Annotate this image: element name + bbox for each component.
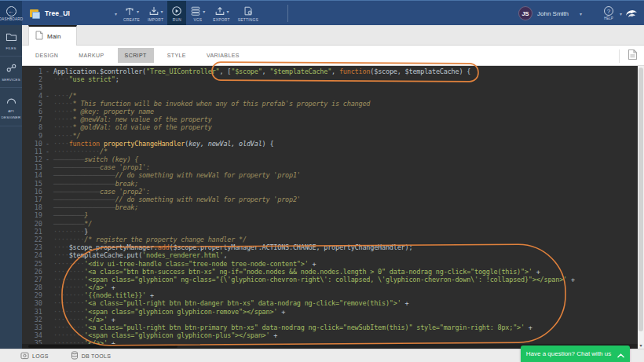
line-number[interactable]: 31 bbox=[22, 308, 42, 316]
line-number[interactable]: 13 bbox=[22, 163, 42, 171]
line-number[interactable]: 16 bbox=[22, 188, 42, 196]
fold-marker-icon[interactable]: - bbox=[46, 140, 49, 148]
line-number[interactable]: 24 bbox=[22, 251, 42, 259]
code-line: 27········'<span class="glyphicon" ng-cl… bbox=[22, 276, 638, 283]
code-editor[interactable]: 1-Application.$controller("Tree_UIContro… bbox=[22, 66, 638, 349]
project-selector[interactable]: Tree_UI ▾ bbox=[30, 1, 123, 26]
tab-style[interactable]: STYLE bbox=[160, 48, 193, 63]
vertical-scrollbar[interactable]: ▾ bbox=[638, 66, 644, 349]
line-number[interactable]: 23 bbox=[22, 243, 42, 251]
sidebar-item-files[interactable]: FILES bbox=[0, 25, 22, 57]
line-number[interactable]: 20 bbox=[22, 220, 42, 228]
line-number[interactable]: 15 bbox=[22, 180, 42, 188]
line-number[interactable]: 14 bbox=[22, 171, 42, 179]
sidebar-label-designer: DESIGNER bbox=[2, 115, 21, 120]
tab-script[interactable]: SCRIPT bbox=[118, 48, 154, 63]
line-number[interactable]: 10 bbox=[22, 140, 42, 148]
line-number[interactable]: 6 bbox=[22, 108, 42, 115]
logs-button[interactable]: LOGS bbox=[20, 349, 49, 362]
wavemaker-logo-icon bbox=[624, 5, 639, 21]
line-number[interactable]: 11 bbox=[22, 148, 42, 155]
fold-marker-icon[interactable]: - bbox=[46, 155, 49, 163]
import-button[interactable]: ▾ IMPORT bbox=[144, 1, 167, 26]
code-line: 34········'<span class="glyphicon glyphi… bbox=[22, 331, 638, 339]
code-line: 4-····/* bbox=[22, 92, 638, 100]
wavemaker-studio-window: ← DASHBOARD Tree_UI ▾ ▾ CREATE ▾ IMPOR bbox=[0, 0, 644, 362]
fold-marker-icon[interactable]: - bbox=[46, 68, 49, 75]
import-label: IMPORT bbox=[148, 18, 163, 22]
tab-design[interactable]: DESIGN bbox=[28, 48, 65, 63]
code-line: 29········'{{node.title}}' + bbox=[22, 291, 638, 299]
line-number[interactable]: 33 bbox=[22, 324, 42, 331]
line-number[interactable]: 29 bbox=[22, 291, 42, 299]
dashboard-button[interactable]: ← DASHBOARD bbox=[0, 1, 22, 26]
back-arrow-icon: ← bbox=[6, 6, 16, 16]
sidebar-item-api-designer[interactable]: API DESIGNER bbox=[0, 88, 22, 126]
line-number[interactable]: 3 bbox=[22, 83, 42, 91]
tab-markup[interactable]: MARKUP bbox=[71, 48, 111, 63]
chevron-down-icon: ▾ bbox=[161, 9, 163, 14]
db-tools-button[interactable]: DB TOOLS bbox=[71, 349, 112, 362]
create-button[interactable]: ▾ CREATE bbox=[119, 1, 144, 26]
v-scroll-thumb[interactable] bbox=[639, 68, 643, 331]
user-menu[interactable]: JS John Smith ▾ bbox=[518, 1, 582, 26]
fold-marker-icon[interactable]: - bbox=[46, 92, 49, 100]
chat-widget-button[interactable]: Have a question? Chat with us bbox=[521, 346, 630, 362]
sidebar-label-files: FILES bbox=[5, 46, 16, 51]
run-button[interactable]: RUN bbox=[167, 1, 186, 26]
line-number[interactable]: 5 bbox=[22, 100, 42, 108]
code-line: 13────────────case 'prop1': bbox=[22, 163, 638, 171]
import-icon bbox=[148, 5, 159, 16]
line-number[interactable]: 17 bbox=[22, 196, 42, 203]
line-number[interactable]: 26 bbox=[22, 268, 42, 276]
line-number[interactable]: 2 bbox=[22, 75, 42, 83]
hammer-icon bbox=[124, 5, 135, 16]
chevron-down-icon: ▾ bbox=[580, 11, 582, 16]
tab-main[interactable]: Main bbox=[28, 25, 77, 46]
export-button[interactable]: ▾ EXPORT bbox=[209, 1, 233, 26]
project-icon bbox=[30, 9, 40, 19]
line-number[interactable]: 34 bbox=[22, 331, 42, 339]
code-line: 9·····*/ bbox=[22, 132, 638, 140]
code-line: 32········'</a>' + bbox=[22, 316, 638, 324]
line-number[interactable]: 30 bbox=[22, 299, 42, 307]
line-number[interactable]: 7 bbox=[22, 115, 42, 123]
folder-icon bbox=[5, 31, 17, 45]
settings-file-gear-icon bbox=[243, 5, 254, 16]
line-number[interactable]: 25 bbox=[22, 260, 42, 268]
settings-button[interactable]: SETTINGS bbox=[234, 1, 262, 26]
sidebar-item-services[interactable]: SERVICES bbox=[0, 57, 22, 88]
chevron-up-icon bbox=[617, 347, 624, 361]
line-number[interactable]: 28 bbox=[22, 283, 42, 291]
line-number[interactable]: 12 bbox=[22, 155, 42, 163]
line-number[interactable]: 32 bbox=[22, 316, 42, 324]
line-number[interactable]: 1 bbox=[22, 68, 42, 75]
code-line: 26········'<a class="btn btn-success btn… bbox=[22, 268, 638, 276]
vcs-label: VCS bbox=[193, 18, 202, 22]
line-number[interactable]: 22 bbox=[22, 236, 42, 243]
line-number[interactable]: 27 bbox=[22, 276, 42, 283]
save-file-button[interactable] bbox=[619, 49, 638, 63]
tab-variables[interactable]: VARIABLES bbox=[199, 48, 247, 63]
line-number[interactable]: 8 bbox=[22, 123, 42, 131]
line-number[interactable]: 19 bbox=[22, 211, 42, 219]
code-line: 10-····function propertyChangeHandler(ke… bbox=[22, 140, 638, 148]
help-button[interactable]: ? HELP ▾ bbox=[597, 1, 620, 26]
code-line: 28········'</a>' + bbox=[22, 283, 638, 291]
line-number[interactable]: 18 bbox=[22, 203, 42, 211]
link-icon bbox=[5, 62, 17, 76]
code-line: 11-············/* bbox=[22, 148, 638, 155]
vcs-stack-icon bbox=[190, 5, 201, 16]
scroll-down-arrow-icon[interactable]: ▾ bbox=[638, 342, 644, 348]
sidebar-label-services: SERVICES bbox=[2, 78, 20, 82]
vcs-button[interactable]: ▾ VCS bbox=[186, 1, 209, 26]
chevron-down-icon: ▾ bbox=[115, 11, 117, 16]
line-number[interactable]: 21 bbox=[22, 228, 42, 236]
fold-marker-icon[interactable]: - bbox=[46, 148, 49, 155]
db-tools-label: DB TOOLS bbox=[82, 353, 112, 359]
project-name: Tree_UI bbox=[45, 9, 70, 17]
line-number[interactable]: 4 bbox=[22, 92, 42, 100]
line-number[interactable]: 9 bbox=[22, 132, 42, 140]
h-scroll-thumb[interactable] bbox=[28, 345, 177, 348]
code-line: 20────────*/ bbox=[22, 220, 638, 228]
